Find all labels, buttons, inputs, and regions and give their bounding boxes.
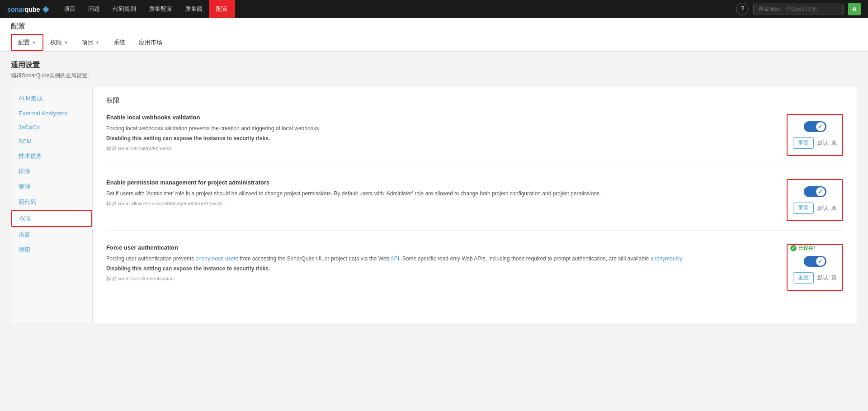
sidebar-item-external-analyzers[interactable]: External Analyzers [11,106,92,120]
nav-projects[interactable]: 项目 [57,0,82,18]
sidebar-item-alm[interactable]: ALM集成 [11,91,92,106]
api-link[interactable]: API [391,255,399,262]
setting-title-permission-mgmt: Enable permission management for project… [106,179,773,186]
setting-info-force-auth: Force user authentication Forcing user a… [106,244,773,291]
toggle-permission-mgmt[interactable] [804,186,826,197]
toggle-webhooks[interactable] [804,121,826,132]
sidebar-item-permissions[interactable]: 权限 [11,210,92,227]
sidebar-item-tech-debt[interactable]: 技术债务 [11,148,92,164]
default-text-permission-mgmt: 默认: 真 [817,204,837,212]
brand: sonarqube ◆ [7,4,48,14]
nav-quality-profiles[interactable]: 质量配置 [142,0,179,18]
control-bottom-permission-mgmt: 重置 默认: 真 [793,203,837,214]
setting-title-force-auth: Force user authentication [106,244,773,251]
page-title: 配置 [11,22,857,31]
search-input[interactable] [753,4,844,14]
sidebar-item-housekeeping[interactable]: 整理 [11,179,92,194]
setting-key-force-auth: 标识 sonar.forceAuthentication [106,275,773,282]
setting-row-force-auth: Force user authentication Forcing user a… [106,244,843,300]
sub-nav-projects[interactable]: 项目 ▼ [75,34,107,51]
sidebar-item-general[interactable]: 通用 [11,242,92,258]
user-avatar[interactable]: A [848,3,861,15]
default-text-webhooks: 默认: 真 [817,139,837,147]
chevron-down-icon: ▼ [95,40,100,45]
control-bottom-force-auth: 重置 默认: 真 [793,272,837,283]
main-layout: ALM集成 External Analyzers JaCoCo SCM 技术债务… [11,87,857,323]
control-box-permission-mgmt: 重置 默认: 真 [787,179,843,221]
sidebar-item-languages[interactable]: 语言 [11,227,92,242]
settings-content: 权限 Enable local webhooks validation Forc… [93,87,857,323]
nav-rules[interactable]: 代码规则 [106,0,142,18]
sonarqube-logo: sonarqube ◆ [7,4,48,14]
chevron-down-icon: ▼ [64,40,68,45]
settings-section-title: 权限 [106,96,843,105]
setting-desc1-force-auth: Forcing user authentication prevents ano… [106,255,773,263]
setting-desc1-webhooks: Forcing local webhooks validation preven… [106,124,773,132]
control-box-webhooks: 重置 默认: 真 [787,114,843,156]
top-navbar: sonarqube ◆ 项目 问题 代码规则 质量配置 质量阈 配置 ? A [0,0,868,18]
setting-key-webhooks: 标识 sonar.validateWebhooks [106,145,773,152]
general-settings-title: 通用设置 [11,61,857,70]
sub-nav: 配置 ▼ 权限 ▼ 项目 ▼ 系统 应用市场 [11,34,857,51]
setting-info-webhooks: Enable local webhooks validation Forcing… [106,114,773,156]
sidebar-item-jacoco[interactable]: JaCoCo [11,120,92,134]
sidebar-item-new-code[interactable]: 新代码 [11,194,92,210]
sub-nav-marketplace[interactable]: 应用市场 [132,34,169,51]
chevron-down-icon: ▼ [32,40,36,45]
main-nav: 项目 问题 代码规则 质量配置 质量阈 配置 [57,0,736,18]
anonymously-link[interactable]: anonymously [651,255,682,262]
setting-row-webhooks: Enable local webhooks validation Forcing… [106,114,843,165]
anonymous-link[interactable]: anonymous users [195,255,238,262]
control-box-force-auth: ✓ 已保存! 重置 默认: 真 [787,244,843,291]
reset-button-force-auth[interactable]: 重置 [793,272,814,283]
default-text-force-auth: 默认: 真 [817,274,837,282]
toggle-knob-force-auth [816,257,825,266]
general-settings-desc: 编辑SonarQube实例的全局设置。 [11,72,857,80]
setting-desc2-webhooks: Disabling this setting can expose the in… [106,134,773,142]
setting-key-permission-mgmt: 标识 sonar.allowPermissionManagementForPro… [106,200,773,207]
nav-administration[interactable]: 配置 [209,0,235,18]
sub-nav-permissions[interactable]: 权限 ▼ [43,34,75,51]
navbar-right: ? A [736,3,861,15]
sub-nav-system[interactable]: 系统 [107,34,132,51]
saved-badge: ✓ 已保存! [790,245,815,251]
toggle-force-auth[interactable] [804,256,826,267]
sidebar-item-exclusions[interactable]: 排除 [11,164,92,179]
sub-nav-config[interactable]: 配置 ▼ [11,34,43,51]
setting-info-permission-mgmt: Enable permission management for project… [106,179,773,221]
check-circle-icon: ✓ [790,245,797,251]
sidebar: ALM集成 External Analyzers JaCoCo SCM 技术债务… [11,87,93,323]
setting-title-webhooks: Enable local webhooks validation [106,114,773,121]
nav-quality-gates[interactable]: 质量阈 [179,0,209,18]
control-bottom-webhooks: 重置 默认: 真 [793,137,837,149]
toggle-knob-permission-mgmt [816,187,825,196]
page-header: 配置 配置 ▼ 权限 ▼ 项目 ▼ 系统 应用市场 [0,18,868,52]
nav-issues[interactable]: 问题 [82,0,106,18]
reset-button-webhooks[interactable]: 重置 [793,137,814,149]
help-icon[interactable]: ? [736,3,749,15]
sidebar-item-scm[interactable]: SCM [11,134,92,148]
content-wrapper: 通用设置 编辑SonarQube实例的全局设置。 ALM集成 External … [0,52,868,332]
setting-desc2-force-auth: Disabling this setting can expose the in… [106,265,773,273]
setting-row-permission-mgmt: Enable permission management for project… [106,179,843,231]
setting-desc1-permission-mgmt: Set if users with 'Administer' role in a… [106,189,773,198]
toggle-knob-webhooks [816,122,825,131]
reset-button-permission-mgmt[interactable]: 重置 [793,203,814,214]
